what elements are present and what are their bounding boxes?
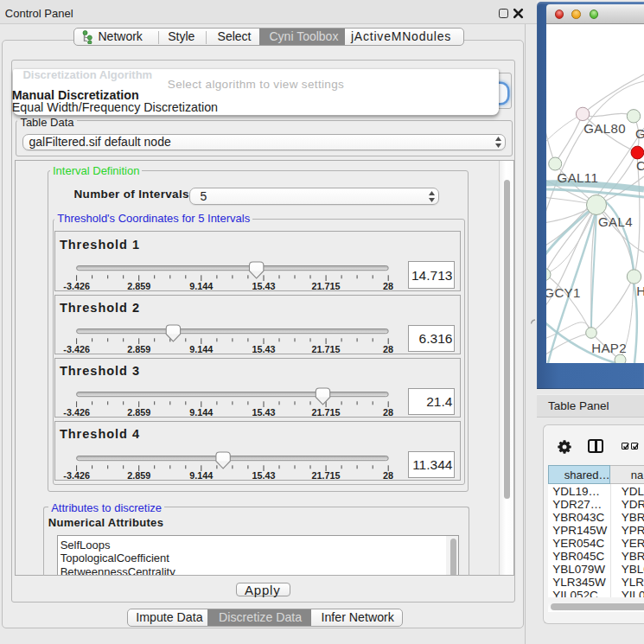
svg-text:GCY1: GCY1 xyxy=(546,285,581,300)
svg-text:G.: G. xyxy=(635,126,644,141)
svg-text:GAL11: GAL11 xyxy=(558,170,599,185)
svg-text:GAL80: GAL80 xyxy=(583,121,626,136)
svg-text:C: C xyxy=(636,158,644,173)
svg-text:H: H xyxy=(636,284,644,298)
svg-text:HAP2: HAP2 xyxy=(591,341,627,355)
svg-text:GAL4: GAL4 xyxy=(598,214,633,229)
